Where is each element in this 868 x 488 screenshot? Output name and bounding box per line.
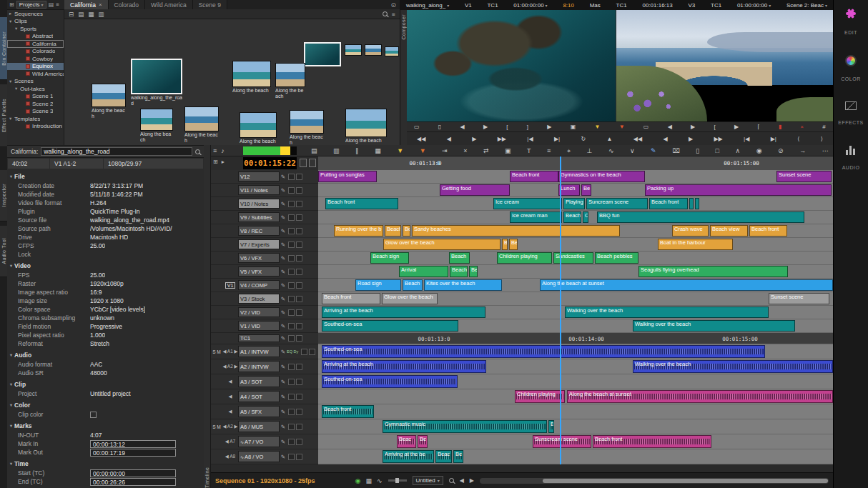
monitor-toggle[interactable] (296, 379, 302, 385)
timeline-clip[interactable]: Beach front (749, 225, 787, 236)
track-toggle[interactable] (288, 201, 295, 207)
timeline-horizontal-scrollbar[interactable] (480, 478, 829, 484)
track-button-a4[interactable]: A4 / SOT (238, 391, 280, 402)
monitor-toggle[interactable] (296, 228, 302, 234)
cut-icon[interactable]: × (463, 147, 467, 154)
bin-clip-thumbnail[interactable]: Along the beach (140, 109, 173, 142)
pencil-tool-icon[interactable]: ✎ (651, 147, 656, 154)
inspector-section-clip[interactable]: ▾Clip (7, 379, 204, 389)
video-quality-icon[interactable]: ◉ (355, 477, 361, 484)
tree-item-introduction[interactable]: Introduction (7, 123, 64, 131)
timeline-clip[interactable]: Packing up (645, 184, 832, 196)
timeline-clip[interactable]: Beach front (322, 405, 374, 418)
effects-view-icon[interactable]: ▥ (333, 147, 340, 154)
track-button-a3[interactable]: A3 / SOT (238, 376, 280, 387)
text-tool-icon[interactable]: T (527, 147, 531, 154)
bin-clip-thumbnail[interactable]: Along the beach (232, 61, 271, 94)
timeline-clip[interactable]: Boat in the harbour (658, 239, 733, 250)
monitor-toggle[interactable] (296, 214, 302, 221)
bin-clip-thumbnail[interactable]: Along the beach (240, 112, 277, 144)
scroll-left-icon[interactable]: ◀ (460, 477, 464, 484)
track-button-a6[interactable]: A6 / MUS (238, 421, 280, 432)
monitor-toggle[interactable] (296, 394, 302, 400)
timeline-clip[interactable]: Seagulls flying overhead (638, 266, 788, 277)
playhead-marker[interactable] (560, 156, 561, 170)
frame-icon[interactable]: □ (716, 147, 719, 154)
extract-icon[interactable]: ▭ (643, 124, 649, 130)
bin-lock-icon[interactable]: ⊟ (69, 11, 74, 18)
patch-button[interactable]: ◀ A7 (222, 439, 238, 444)
tree-item-scene-3[interactable]: Scene 3 (7, 108, 64, 116)
bin-tab-wild-america[interactable]: Wild America (145, 0, 193, 9)
timeline-clip[interactable]: Be (453, 450, 463, 463)
more-options-icon[interactable]: ⋯ (822, 147, 829, 154)
source-play-icon[interactable]: ▶ (547, 124, 551, 130)
record-clip-icon[interactable]: ▮ (779, 124, 781, 130)
tree-item-scene-2[interactable]: Scene 2 (7, 100, 64, 108)
timeline-clip[interactable]: Beach view (710, 225, 748, 236)
mark-clip-icon[interactable]: ▣ (571, 124, 576, 130)
timeline-clip[interactable]: Be (403, 225, 410, 236)
opacity-icon[interactable]: ∿ (377, 477, 383, 484)
pencil-icon[interactable]: ✎ (280, 424, 287, 430)
patch-button[interactable]: ◀ (222, 409, 238, 414)
projects-dropdown[interactable]: Projects ▾ (16, 1, 46, 9)
overwrite-icon[interactable]: ▼ (619, 124, 625, 130)
monitor-toggle[interactable] (296, 309, 302, 316)
monitor-toggle[interactable] (296, 454, 302, 460)
monitor-bar-item[interactable]: Scene 2: Beac▾ (786, 2, 827, 9)
caret-up-icon[interactable]: ∧ (736, 147, 741, 154)
timeline-clip[interactable]: Gymnastics on the beach (558, 171, 645, 182)
track-button-v4[interactable]: V4 / COMP (238, 280, 280, 290)
patch-button[interactable]: ◀ A2 ▶ (222, 424, 238, 429)
track-toggle[interactable] (288, 394, 295, 400)
monitor-toggle[interactable] (296, 255, 302, 262)
cut-red-icon[interactable]: × (800, 124, 804, 130)
monitor-toggle[interactable] (296, 174, 302, 180)
track-toggle[interactable] (288, 379, 295, 385)
timeline-clip[interactable]: Beac (397, 435, 416, 448)
timeline-clip[interactable]: Children playing (515, 390, 565, 403)
timeline-clip[interactable]: Arriving at the be (383, 450, 434, 463)
timeline-clip[interactable]: Ice cream (493, 198, 562, 209)
monitor-toggle[interactable] (296, 282, 302, 289)
timeline-clip[interactable]: Southed-on-sea (322, 320, 458, 332)
trim-right-icon[interactable]: ⟩ (821, 136, 823, 142)
track-button-v3[interactable]: V3 / Stock (238, 294, 280, 304)
track-button-v9[interactable]: V9 / Subtitles (238, 212, 280, 222)
tree-item-california[interactable]: California (7, 40, 64, 48)
tree-item-scene-1[interactable]: Scene 1 (7, 93, 64, 101)
pencil-icon[interactable]: ✎ (280, 174, 287, 180)
go-end-icon[interactable]: ▶| (554, 136, 560, 142)
track-toggle[interactable] (288, 241, 295, 248)
search-icon[interactable] (195, 149, 200, 154)
pencil-icon[interactable]: ✎ (280, 187, 287, 194)
track-button-v5[interactable]: V5 / VFX (238, 267, 280, 277)
grid-view-icon[interactable]: ▦ (375, 147, 381, 154)
track-toggle[interactable] (288, 364, 295, 370)
tree-item-scenes[interactable]: ▾Scenes (7, 78, 64, 86)
timeline-position-bar[interactable] (243, 146, 297, 155)
tc-toggle-box[interactable] (300, 159, 307, 167)
timeline-clip[interactable]: Road sign (355, 279, 401, 291)
mark-segment-red-icon[interactable]: ▼ (420, 147, 426, 154)
monitor-bar-item[interactable]: V1 (465, 2, 472, 9)
scroll-right-icon[interactable]: ▶ (470, 477, 474, 484)
rail-tab-inspector[interactable]: Inspector (0, 170, 7, 221)
timeline-clip[interactable]: Beach front (322, 293, 380, 304)
patch-button[interactable]: ◀ (222, 379, 238, 384)
timeline-clip[interactable]: Beac (435, 450, 452, 463)
pencil-icon[interactable]: ✎ (280, 323, 287, 329)
timeline-clip[interactable]: B (502, 239, 508, 250)
source-monitor[interactable] (407, 10, 616, 121)
monitor-bar-item[interactable]: 00:01:16:13 (642, 2, 672, 9)
inspector-section-time[interactable]: ▾Time (7, 458, 204, 469)
pencil-icon[interactable]: ✎ (280, 379, 287, 385)
timeline-clip[interactable]: Arriving at the beach (322, 360, 486, 373)
track-toggle[interactable] (288, 439, 295, 445)
step-fwd-icon[interactable]: ▶ (483, 124, 488, 130)
tree-item-equinox[interactable]: Equinox (7, 63, 64, 71)
track-button-v8[interactable]: V8 / REC (238, 226, 280, 236)
monitor-toggle[interactable] (296, 439, 302, 445)
solo-mute-buttons[interactable]: S M (211, 349, 222, 354)
